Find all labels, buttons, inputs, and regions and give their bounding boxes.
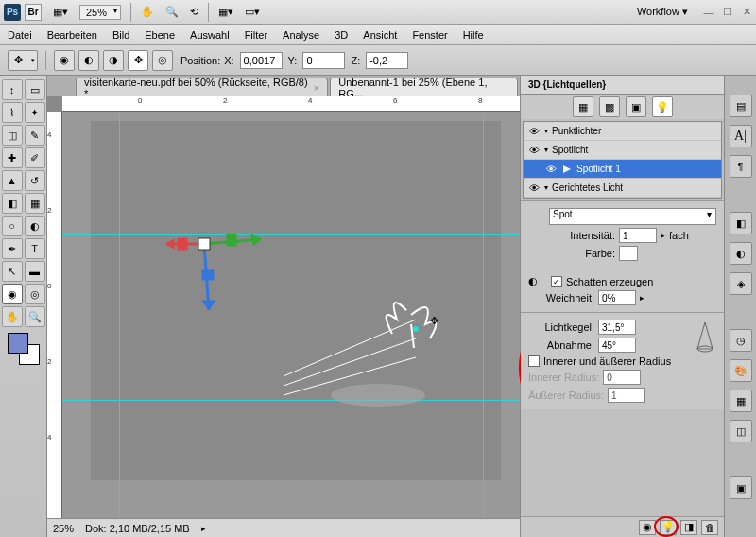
lasso-tool[interactable]: ⌇ <box>2 102 23 123</box>
menu-bild[interactable]: Bild <box>112 29 129 41</box>
shadows-checkbox[interactable]: ✓ <box>551 276 562 287</box>
panel-history-icon[interactable]: ◷ <box>730 329 752 352</box>
color-swatches[interactable] <box>8 333 40 365</box>
tool-preset-icon[interactable]: ✥ <box>8 50 38 71</box>
panel-character-icon[interactable]: A| <box>730 125 752 147</box>
tree-row-pointlights[interactable]: 👁 ▾ Punktlichter <box>524 122 721 141</box>
panel-swatches-icon[interactable]: ▦ <box>730 390 752 412</box>
new-light-icon[interactable]: ◨ <box>680 520 697 535</box>
marquee-tool[interactable]: ▭ <box>25 79 45 100</box>
blur-tool[interactable]: ○ <box>2 216 23 236</box>
zoom-tool[interactable]: 🔍 <box>25 306 45 327</box>
shape-tool[interactable]: ▬ <box>25 261 45 282</box>
menu-ebene[interactable]: Ebene <box>145 29 175 41</box>
menu-filter[interactable]: Filter <box>245 29 267 41</box>
toggle-lights-icon[interactable]: 💡 <box>660 520 677 535</box>
position-x-input[interactable] <box>240 52 283 69</box>
toggle-ground-icon[interactable]: ◉ <box>639 520 656 535</box>
zoom-tool-icon[interactable]: 🔍 <box>162 4 182 20</box>
document-tab-2[interactable]: Unbenannt-1 bei 25% (Ebene 1, RG... <box>330 78 518 96</box>
shadow-preset-icon[interactable]: ◐ <box>528 275 547 287</box>
panel-channels-icon[interactable]: ◐ <box>730 242 752 265</box>
3d-mode-1-icon[interactable]: ◉ <box>54 50 75 71</box>
tree-row-directed-light[interactable]: 👁 ▾ Gerichtetes Licht <box>524 179 721 198</box>
radius-checkbox[interactable] <box>528 355 540 367</box>
mini-bridge-icon[interactable]: ▦▾ <box>49 4 72 20</box>
light-filter-icon[interactable]: 💡 <box>652 96 673 117</box>
hand-tool[interactable]: ✋ <box>2 306 23 327</box>
panel-color-icon[interactable]: 🎨 <box>730 359 752 382</box>
menu-datei[interactable]: Datei <box>8 29 32 41</box>
falloff-input[interactable] <box>598 338 636 353</box>
zoom-dropdown[interactable]: 25% <box>79 5 121 20</box>
3d-mode-5-icon[interactable]: ◎ <box>152 50 173 71</box>
tree-row-spotlight-1[interactable]: 👁 Spotlicht 1 <box>524 160 721 179</box>
delete-light-icon[interactable]: 🗑 <box>701 520 718 535</box>
light-type-select[interactable]: Spot <box>549 208 716 225</box>
type-tool[interactable]: T <box>25 238 45 259</box>
heal-tool[interactable]: ✚ <box>2 147 23 168</box>
panel-layers-icon[interactable]: ◧ <box>730 212 752 234</box>
canvas[interactable]: ✥ <box>62 112 520 518</box>
menu-bearbeiten[interactable]: Bearbeiten <box>47 29 97 41</box>
document-tab-1[interactable]: visitenkarte-neu.pdf bei 50% (Rückseite,… <box>76 78 328 96</box>
3d-object-tool[interactable]: ◉ <box>2 284 23 304</box>
panel-paragraph-icon[interactable]: ¶ <box>730 155 752 178</box>
menu-auswahl[interactable]: Auswahl <box>190 29 230 41</box>
scene-filter-icon[interactable]: ▦ <box>573 96 593 117</box>
hand-tool-icon[interactable]: ✋ <box>137 4 158 20</box>
workspace-dropdown[interactable]: Workflow ▾ <box>629 4 696 20</box>
material-filter-icon[interactable]: ▣ <box>626 96 646 117</box>
panel-icon-1[interactable]: ▤ <box>730 95 752 117</box>
menu-fenster[interactable]: Fenster <box>412 29 447 41</box>
visibility-icon[interactable]: 👁 <box>527 126 541 137</box>
history-brush-tool[interactable]: ↺ <box>25 170 45 191</box>
menu-ansicht[interactable]: Ansicht <box>363 29 397 41</box>
dodge-tool[interactable]: ◐ <box>25 216 45 236</box>
eraser-tool[interactable]: ◧ <box>2 193 23 214</box>
3d-gizmo[interactable] <box>157 197 289 329</box>
visibility-icon[interactable]: 👁 <box>544 164 558 175</box>
position-z-input[interactable] <box>366 52 408 69</box>
softness-stepper[interactable]: ▸ <box>640 293 644 303</box>
wand-tool[interactable]: ✦ <box>25 102 45 123</box>
crop-tool[interactable]: ◫ <box>2 125 23 146</box>
path-tool[interactable]: ↖ <box>2 261 23 282</box>
bridge-icon[interactable]: Br <box>25 4 42 21</box>
panel-3d-icon[interactable]: ▣ <box>730 476 752 499</box>
maximize-button[interactable]: ☐ <box>722 7 733 18</box>
move-tool[interactable]: ↕ <box>2 79 23 100</box>
panel-paths-icon[interactable]: ◈ <box>730 272 752 295</box>
menu-analyse[interactable]: Analyse <box>283 29 319 41</box>
softness-input[interactable] <box>598 290 636 305</box>
menu-3d[interactable]: 3D <box>335 29 348 41</box>
light-color-well[interactable] <box>619 246 638 261</box>
3d-mode-4-icon[interactable]: ✥ <box>128 50 148 71</box>
stamp-tool[interactable]: ▲ <box>2 170 23 191</box>
screen-mode-icon[interactable]: ▭▾ <box>241 4 264 20</box>
3d-camera-tool[interactable]: ◎ <box>25 284 45 304</box>
close-button[interactable]: ✕ <box>741 7 752 18</box>
tree-row-spotlight-group[interactable]: 👁 ▾ Spotlicht <box>524 141 721 160</box>
visibility-icon[interactable]: 👁 <box>527 182 541 194</box>
intensity-input[interactable] <box>619 228 657 243</box>
3d-mode-3-icon[interactable]: ◑ <box>103 50 124 71</box>
mesh-filter-icon[interactable]: ▩ <box>599 96 620 117</box>
pen-tool[interactable]: ✒ <box>2 238 23 259</box>
rotate-view-icon[interactable]: ⟲ <box>186 4 202 20</box>
foreground-color[interactable] <box>8 333 28 354</box>
intensity-stepper[interactable]: ▸ <box>661 231 665 240</box>
panel-styles-icon[interactable]: ◫ <box>730 420 752 442</box>
minimize-button[interactable]: — <box>703 7 714 18</box>
gradient-tool[interactable]: ▦ <box>25 193 45 214</box>
panel-tab-3d-lights[interactable]: 3D {Lichtquellen} <box>521 76 724 95</box>
eyedropper-tool[interactable]: ✎ <box>25 125 45 146</box>
brush-tool[interactable]: ✐ <box>25 147 45 168</box>
arrange-icon[interactable]: ▦▾ <box>215 4 237 20</box>
cone-input[interactable] <box>598 320 636 335</box>
3d-mode-2-icon[interactable]: ◐ <box>78 50 99 71</box>
position-y-input[interactable] <box>302 52 345 69</box>
visibility-icon[interactable]: 👁 <box>527 145 541 156</box>
close-tab-icon[interactable]: × <box>314 82 319 94</box>
menu-hilfe[interactable]: Hilfe <box>463 29 484 41</box>
